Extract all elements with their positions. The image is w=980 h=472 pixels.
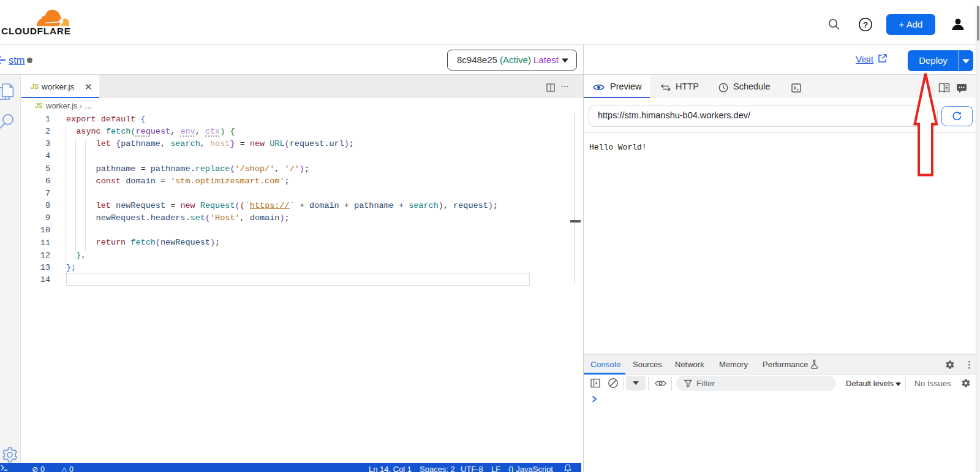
svg-text:?: ? — [863, 20, 868, 29]
